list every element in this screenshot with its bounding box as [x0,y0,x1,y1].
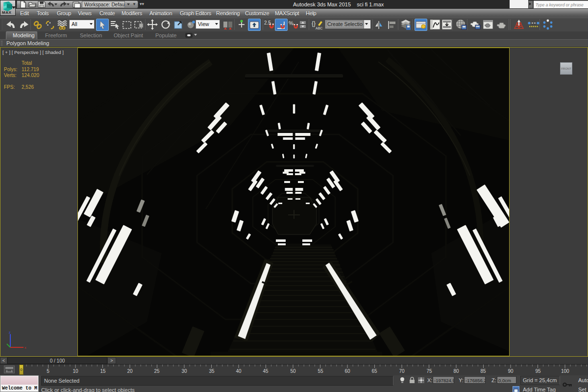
svg-text:ABC: ABC [316,26,322,30]
svg-text:x: x [24,346,26,349]
svg-text:{}: {} [312,20,316,27]
svg-text:%: % [289,20,294,26]
svg-text:z: z [9,332,11,334]
